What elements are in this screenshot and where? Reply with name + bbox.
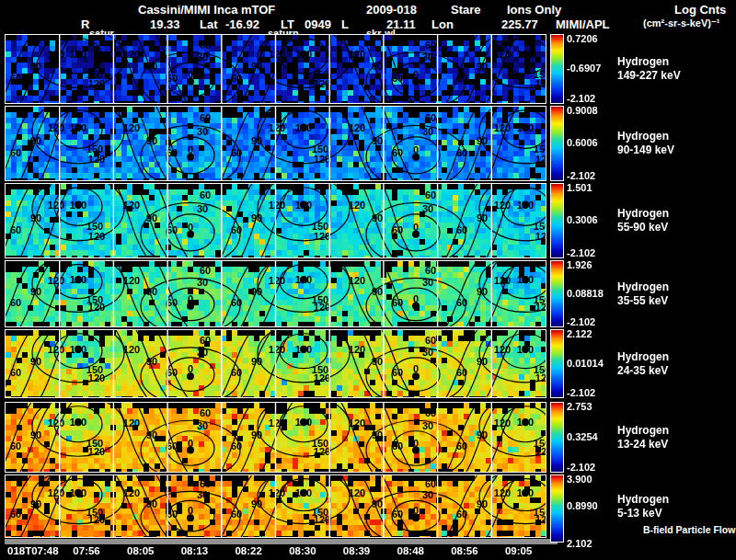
contour-label-0: 0 [413,222,419,233]
contour-label-0: 0 [188,144,193,155]
contour-label-60: 60 [231,509,242,520]
contour-label-60: 60 [392,73,403,84]
contour-label-120: 120 [88,446,105,457]
contour-label-30: 30 [422,277,433,288]
contour-label-180: 180 [70,200,86,211]
contour-label-120: 120 [269,417,285,429]
contour-label-60: 60 [392,147,403,158]
channel-species: Hydrogen [617,280,669,294]
contour-label-60: 60 [456,440,467,451]
legend-units: (cm²-sr-s-keV)⁻¹ [643,17,719,29]
contour-label-180: 180 [295,122,312,133]
channel-label-1: Hydrogen149-227 keV [617,55,681,83]
contour-label-60: 60 [231,440,242,451]
contour-label-120: 120 [535,154,546,165]
contour-label-120: 120 [88,514,105,525]
contour-label-120: 120 [269,200,285,211]
lon-value: 225.77 [501,17,538,31]
contour-label-120: 120 [494,344,511,355]
contour-label-120: 120 [349,487,365,498]
time-tick-label: 08:13 [181,545,208,556]
contour-label-90: 90 [372,498,383,509]
contour-label-90: 90 [30,429,41,440]
contour-label-120: 120 [123,487,140,498]
channel-energy: 24-35 keV [617,364,669,378]
contour-label-120: 120 [48,344,64,355]
contour-overlay: 1801501201801501201801501200306003060609… [6,475,546,537]
lt-value: 0949 [305,17,331,31]
contour-label-120: 120 [48,122,64,133]
contour-label-180: 180 [70,49,86,60]
channel-species: Hydrogen [617,130,674,143]
contour-label-90: 90 [477,498,488,509]
contour-label-60: 60 [392,224,403,235]
contour-label-90: 90 [372,286,383,297]
colorbar-max-label: 2.122 [567,328,592,339]
contour-label-120: 120 [48,49,64,60]
contour-overlay: 1801501201801501201801501200306003060609… [6,184,546,257]
colorbar-mid-label: 0.3006 [567,214,598,225]
contour-label-120: 120 [88,78,105,89]
contour-label-120: 120 [535,302,546,313]
contour-label-120: 120 [314,78,330,89]
contour-label-90: 90 [30,61,41,72]
contour-label-180: 180 [70,122,86,133]
contour-label-180: 180 [517,274,534,285]
lat-label: Lat [200,17,218,31]
contour-label-120: 120 [494,200,511,211]
contour-label-90: 90 [146,212,157,223]
colorbar-row-1 [550,34,564,104]
contour-label-0: 0 [188,505,193,516]
contour-label-60: 60 [425,112,436,123]
contour-label-180: 180 [295,274,312,285]
colorbar-row-5 [550,329,564,398]
contour-label-90: 90 [146,286,157,297]
contour-label-120: 120 [48,275,64,286]
contour-label-0: 0 [413,505,419,516]
contour-label-60: 60 [10,297,21,308]
colorbar-max-label: 0.9008 [567,105,598,116]
time-tick-label: 08:39 [343,545,370,556]
contour-label-120: 120 [535,78,546,89]
contour-label-120: 120 [349,200,365,211]
colorbar-row-4 [550,260,564,327]
colorbar-min-label: -2.102 [567,316,595,327]
contour-label-60: 60 [231,297,242,308]
contour-label-90: 90 [146,356,157,367]
contour-label-60: 60 [10,73,21,84]
contour-label-120: 120 [269,275,285,286]
contour-label-90: 90 [372,135,383,146]
contour-label-60: 60 [200,478,211,489]
contour-label-120: 120 [349,275,365,286]
contour-label-60: 60 [425,265,436,276]
contour-overlay: 1801501201801501201801501200306003060609… [6,261,546,326]
colorbar-mid-label: 0.6006 [567,137,598,148]
colorbar-max-label: 2.753 [567,401,592,412]
contour-label-90: 90 [372,61,383,72]
contour-label-60: 60 [392,509,403,520]
colorbar-max-label: 1.501 [567,182,592,193]
contour-label-180: 180 [70,417,86,428]
colorbar-row-2 [550,106,564,181]
contour-label-120: 120 [123,200,140,211]
contour-label-90: 90 [251,498,262,509]
contour-label-120: 120 [349,344,365,355]
contour-label-60: 60 [456,509,467,520]
contour-label-120: 120 [88,154,105,165]
contour-label-180: 180 [295,487,312,498]
contour-label-60: 60 [456,73,467,84]
contour-label-120: 120 [535,514,546,525]
title-instrument: Cassini/MIMI Inca mTOF [138,3,275,17]
contour-label-120: 120 [494,417,511,429]
contour-label-180: 180 [517,49,534,60]
contour-label-90: 90 [30,286,41,297]
contour-label-30: 30 [422,126,433,137]
contour-label-60: 60 [425,478,436,489]
channel-species: Hydrogen [617,493,669,507]
contour-label-120: 120 [314,372,330,383]
contour-label-180: 180 [295,344,312,355]
spectrogram-row-3: 1801501201801501201801501200306003060609… [5,183,546,258]
contour-label-120: 120 [48,200,64,211]
contour-overlay: 1801501201801501201801501200306003060609… [6,403,546,472]
channel-label-3: Hydrogen55-90 keV [617,207,669,234]
